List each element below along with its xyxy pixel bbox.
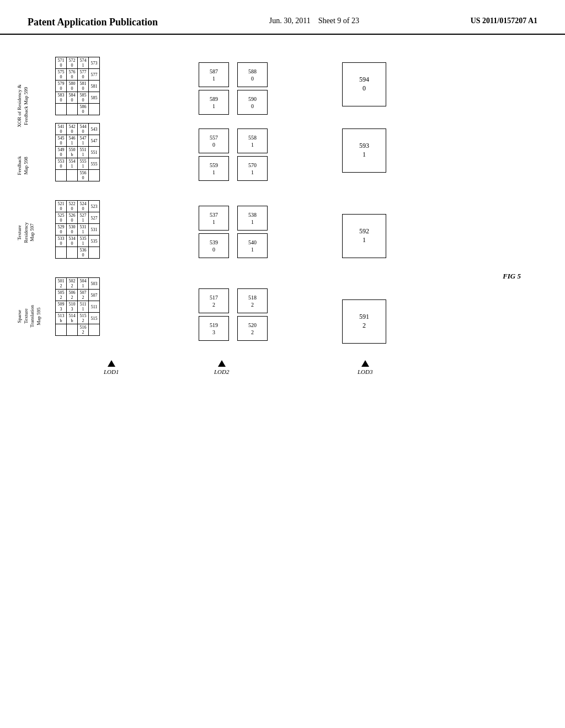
xor-lod2-bl: 5891	[199, 90, 229, 115]
feedback-label: FeedbackMap 598	[17, 156, 29, 175]
page-header: Patent Application Publication Jun. 30, …	[0, 0, 565, 35]
main-content: SparseTextureTranslationMap 595 TextureR…	[0, 35, 565, 708]
sparse-lod2-bottom: 5193	[199, 316, 229, 341]
header-sheet: Sheet 9 of 23	[318, 17, 359, 25]
sparse-label: SparseTextureTranslationMap 595	[17, 305, 42, 328]
lod2-arrow-up	[218, 360, 226, 367]
xor-lod1-grid: 571057205741573 575057605770577 57905800…	[55, 57, 100, 115]
lod2-arrow-group: LOD2	[214, 360, 230, 375]
feedback-lod3: 5931	[342, 129, 386, 173]
lod3-label: LOD3	[358, 368, 373, 375]
residency-lod2-tr: 5381	[237, 206, 268, 231]
feedback-lod2-br: 5701	[237, 156, 268, 181]
header-patent: US 2011/0157207 A1	[471, 17, 537, 25]
xor-lod3: 5940	[342, 62, 386, 106]
header-title: Patent Application Publication	[28, 17, 158, 28]
lod1-arrow-group: LOD1	[104, 360, 119, 375]
patent-number: US 2011/0157207 A1	[471, 17, 537, 25]
feedback-lod2-bl: 5591	[199, 156, 229, 181]
residency-lod2-bl: 5390	[199, 233, 229, 258]
lod1-label: LOD1	[104, 368, 119, 375]
feedback-lod2-tl: 5570	[199, 129, 229, 153]
residency-lod1-grid: 521052205240523 525052605271527 52905300…	[55, 200, 100, 259]
figure-label: FIG 5	[503, 272, 521, 281]
residency-label: TextureResidencyMap 597	[17, 222, 36, 243]
fig-label-text: FIG 5	[503, 272, 521, 280]
lod3-arrow-up	[361, 360, 369, 367]
residency-lod3: 5921	[342, 214, 386, 258]
xor-lod2-tr: 5880	[237, 62, 268, 87]
sparse-lod2-top: 5172	[199, 288, 229, 313]
lod1-arrow-up	[108, 360, 115, 367]
feedback-lod2-tr: 5581	[237, 129, 268, 153]
publication-title: Patent Application Publication	[28, 17, 158, 28]
sparse-lod2-top-right: 5182	[237, 288, 268, 313]
feedback-lod1-grid: 541054205440543 545054615471547 5490550b…	[55, 123, 100, 181]
sparse-lod2-bottom-right: 5202	[237, 316, 268, 341]
header-date: Jun. 30, 2011	[269, 17, 311, 25]
xor-label: XOR of Residency &Feedback Map 599	[17, 84, 29, 127]
lod3-arrow-group: LOD3	[358, 360, 373, 375]
sparse-lod1-grid: 501250225041503 505250625072507 50935103…	[55, 277, 100, 336]
header-center: Jun. 30, 2011 Sheet 9 of 23	[269, 17, 359, 25]
lod2-label: LOD2	[214, 368, 230, 375]
residency-lod2-tl: 5371	[199, 206, 229, 231]
residency-lod2-br: 5401	[237, 233, 268, 258]
xor-lod2-br: 5900	[237, 90, 268, 115]
sparse-lod3: 5912	[342, 299, 386, 344]
xor-lod2-tl: 5871	[199, 62, 229, 87]
